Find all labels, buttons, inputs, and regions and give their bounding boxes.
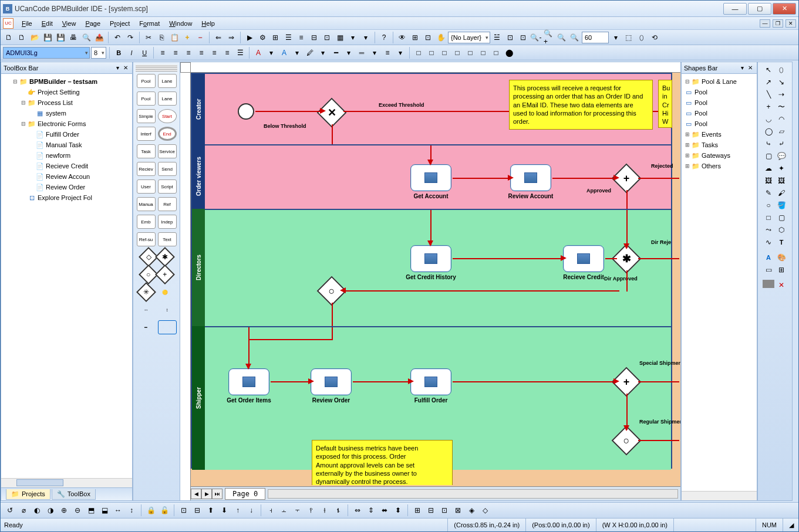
- mdi-restore[interactable]: ❐: [773, 19, 783, 28]
- menu-view[interactable]: View: [58, 19, 81, 28]
- lineweight-icon[interactable]: ≡: [382, 47, 393, 59]
- panel-menu-icon[interactable]: ▾: [113, 64, 122, 72]
- bt-3[interactable]: ◐: [31, 504, 43, 516]
- zoom100-icon[interactable]: 🔍: [569, 32, 581, 43]
- pal-gw5[interactable]: ✳: [136, 282, 156, 302]
- mdi-close[interactable]: ✕: [785, 19, 796, 28]
- shape3-icon[interactable]: □: [439, 47, 450, 59]
- shapes-pool-1[interactable]: ▭Pool: [684, 97, 754, 108]
- shapes-menu-icon[interactable]: ▾: [738, 64, 746, 72]
- bt-group[interactable]: ⊡: [178, 504, 190, 516]
- underline-icon[interactable]: U: [139, 47, 150, 59]
- bt-2[interactable]: ⌀: [18, 504, 29, 516]
- fillcolor-drop-icon[interactable]: ▾: [291, 47, 303, 59]
- start-event[interactable]: [238, 103, 254, 120]
- bt-bwd[interactable]: ↓: [245, 504, 257, 516]
- note-process[interactable]: This process will receive a request for …: [509, 80, 653, 130]
- pal-end[interactable]: End: [158, 127, 177, 141]
- ts-poly-icon[interactable]: ⬡: [776, 225, 787, 235]
- bt-sh[interactable]: ⬍: [392, 504, 404, 516]
- table-icon[interactable]: ▦: [334, 32, 346, 43]
- task-get-credit[interactable]: Get Credit History: [410, 245, 451, 272]
- pal-user[interactable]: User: [137, 179, 156, 194]
- fontsize-combo[interactable]: 8: [91, 47, 106, 59]
- align-middle-icon[interactable]: ≡: [208, 47, 220, 59]
- bt-front[interactable]: ⬆: [205, 504, 217, 516]
- ts-del-icon[interactable]: ✕: [776, 280, 787, 290]
- ts-bold-icon[interactable]: A: [763, 252, 774, 263]
- lane-label-order[interactable]: Order viewers: [192, 144, 205, 209]
- task-review-order[interactable]: Review Order: [311, 368, 352, 395]
- open-icon[interactable]: 📂: [29, 32, 41, 43]
- ts-rrect-icon[interactable]: ▢: [776, 212, 787, 223]
- redo-icon[interactable]: ↷: [124, 32, 136, 43]
- bt-am[interactable]: ⫲: [319, 504, 331, 516]
- gateway-merge[interactable]: ○: [321, 280, 342, 301]
- paste-icon[interactable]: 📋: [168, 32, 180, 43]
- bt-6[interactable]: ⊖: [72, 504, 83, 516]
- task-recieve-credit[interactable]: Recieve Credit: [563, 245, 604, 272]
- ts-cloud-icon[interactable]: ☁: [763, 163, 774, 174]
- shape6-icon[interactable]: □: [477, 47, 489, 59]
- align-top-icon[interactable]: ≡: [195, 47, 207, 59]
- ts-curve-icon[interactable]: 〜: [776, 101, 787, 112]
- tree-form-0[interactable]: 📄Fulfill Order: [4, 129, 130, 140]
- align-left-icon[interactable]: ≡: [157, 47, 168, 59]
- pal-indep[interactable]: Indep: [158, 215, 177, 229]
- tab-projects[interactable]: 📁 Projects: [6, 489, 50, 500]
- shape8-icon[interactable]: ⬤: [503, 47, 515, 59]
- bt-9[interactable]: ↔: [112, 504, 124, 516]
- ruler-vertical[interactable]: [180, 73, 191, 500]
- menu-help[interactable]: Help: [197, 19, 220, 28]
- ts-rect-icon[interactable]: □: [763, 212, 774, 223]
- lasso-icon[interactable]: ⬯: [636, 32, 648, 43]
- menu-file[interactable]: File: [17, 19, 37, 28]
- shapes-others[interactable]: ⊞📁Others: [684, 161, 754, 171]
- grid-icon[interactable]: ⊞: [269, 32, 281, 43]
- pal-interf[interactable]: Interf: [137, 127, 156, 141]
- bt-7[interactable]: ⬒: [85, 504, 97, 516]
- ts-canvas-icon[interactable]: ▭: [763, 265, 774, 275]
- bt-unlock[interactable]: 🔓: [159, 504, 170, 516]
- fillcolor-icon[interactable]: A: [278, 47, 290, 59]
- lane-label-directors[interactable]: Directors: [192, 209, 205, 326]
- bt-x4[interactable]: ⊠: [452, 504, 464, 516]
- layer-combo[interactable]: {No Layer}: [448, 32, 490, 43]
- cut-icon[interactable]: ✂: [143, 32, 154, 43]
- fontcolor-icon[interactable]: A: [252, 47, 264, 59]
- task-get-account[interactable]: Get Account: [410, 164, 451, 191]
- snap-icon[interactable]: ⊡: [422, 32, 434, 43]
- page-last[interactable]: ⏭: [212, 489, 222, 499]
- remove-icon[interactable]: −: [194, 32, 206, 43]
- undo-icon[interactable]: ↶: [112, 32, 123, 43]
- bt-5[interactable]: ⊕: [58, 504, 70, 516]
- ts-circle-icon[interactable]: ○: [763, 200, 774, 211]
- bt-x2[interactable]: ⊟: [425, 504, 437, 516]
- layers-icon[interactable]: ☰: [282, 32, 294, 43]
- shapes-pool-2[interactable]: ▭Pool: [684, 108, 754, 118]
- fontcolor-drop-icon[interactable]: ▾: [265, 47, 277, 59]
- refresh-icon[interactable]: ⟲: [649, 32, 660, 43]
- pal-lane[interactable]: Lane: [158, 74, 177, 88]
- bt-x6[interactable]: ◇: [479, 504, 491, 516]
- shapes-gateways[interactable]: ⊞📁Gateways: [684, 150, 754, 161]
- highlight-drop-icon[interactable]: ▾: [317, 47, 329, 59]
- panel-close-icon[interactable]: ✕: [122, 64, 130, 72]
- ts-pen-icon[interactable]: ✎: [763, 188, 774, 198]
- print-icon[interactable]: 🖶: [68, 32, 79, 43]
- drop1-icon[interactable]: ▾: [347, 32, 359, 43]
- ts-conn1-icon[interactable]: ⤷: [763, 138, 774, 149]
- pal-service[interactable]: Service: [158, 144, 177, 158]
- italic-icon[interactable]: I: [126, 47, 137, 59]
- ts-text-icon[interactable]: T: [776, 237, 787, 248]
- ts-spline-icon[interactable]: ∿: [763, 237, 774, 248]
- tree-form-2[interactable]: 📄newform: [4, 150, 130, 161]
- bt-8[interactable]: ⬓: [99, 504, 110, 516]
- help-icon[interactable]: ?: [378, 32, 390, 43]
- shapes-tasks[interactable]: ⊞📁Tasks: [684, 140, 754, 150]
- shape7-icon[interactable]: □: [490, 47, 502, 59]
- ts-grid-icon[interactable]: ⊞: [776, 265, 787, 275]
- bt-ac[interactable]: ⫠: [278, 504, 290, 516]
- tree-form-5[interactable]: 📄Review Order: [4, 182, 130, 192]
- note-metrics[interactable]: Default business metrics have been expos…: [312, 440, 453, 485]
